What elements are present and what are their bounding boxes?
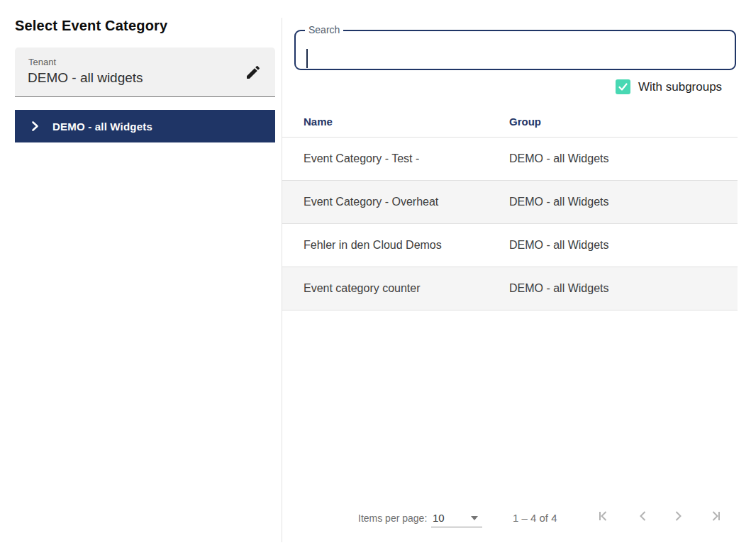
tenant-field-label: Tenant — [28, 57, 56, 67]
check-icon — [618, 82, 628, 92]
table-body: Event Category - Test - DEMO - all Widge… — [282, 138, 738, 310]
first-page-icon — [595, 508, 612, 525]
cell-group: DEMO - all Widgets — [509, 152, 608, 165]
cell-name: Event Category - Test - — [304, 152, 419, 165]
cell-group: DEMO - all Widgets — [509, 282, 608, 295]
search-field-label: Search — [305, 24, 343, 35]
search-field: Search — [294, 30, 736, 70]
cell-name: Event Category - Overheat — [304, 196, 438, 208]
previous-page-button[interactable] — [631, 504, 655, 528]
cell-name: Event category counter — [304, 282, 421, 295]
last-page-button[interactable] — [703, 504, 728, 528]
search-input[interactable] — [307, 40, 722, 62]
page-range-label: 1 – 4 of 4 — [513, 512, 557, 524]
items-per-page-select[interactable]: 10 — [431, 508, 482, 527]
chevron-right-icon[interactable] — [28, 120, 41, 133]
edit-tenant-button[interactable] — [243, 62, 264, 83]
table-row[interactable]: Event Category - Test - DEMO - all Widge… — [282, 138, 738, 181]
page-title: Select Event Category — [15, 18, 167, 34]
column-header-name: Name — [304, 116, 333, 128]
tree-item-label: DEMO - all Widgets — [52, 121, 152, 133]
table-header-row: Name Group — [282, 105, 738, 138]
cell-name: Fehler in den Cloud Demos — [304, 239, 442, 252]
tree-item-demo-all-widgets[interactable]: DEMO - all Widgets — [15, 110, 275, 142]
cell-group: DEMO - all Widgets — [509, 196, 608, 208]
column-header-group: Group — [509, 116, 541, 128]
pencil-icon — [245, 64, 262, 81]
items-per-page-value: 10 — [433, 512, 445, 524]
first-page-button[interactable] — [591, 504, 616, 528]
chevron-right-icon — [669, 508, 686, 525]
table-row[interactable]: Event Category - Overheat DEMO - all Wid… — [282, 181, 738, 224]
select-event-category-dialog: Select Event Category Tenant DEMO - all … — [0, 0, 751, 560]
tenant-field: Tenant DEMO - all widgets — [15, 47, 275, 97]
with-subgroups-checkbox[interactable]: With subgroups — [616, 79, 722, 94]
text-caret — [306, 49, 308, 68]
tenant-field-value: DEMO - all widgets — [28, 70, 143, 86]
event-category-table: Name Group Event Category - Test - DEMO … — [282, 105, 738, 310]
cell-group: DEMO - all Widgets — [509, 239, 608, 252]
table-row[interactable]: Fehler in den Cloud Demos DEMO - all Wid… — [282, 224, 738, 267]
paginator: Items per page: 10 1 – 4 of 4 — [282, 500, 738, 539]
items-per-page-label: Items per page: — [358, 513, 427, 524]
last-page-icon — [707, 508, 724, 525]
next-page-button[interactable] — [666, 504, 690, 528]
dropdown-arrow-icon — [471, 516, 478, 520]
checkbox-box[interactable] — [616, 79, 630, 94]
table-row[interactable]: Event category counter DEMO - all Widget… — [282, 267, 738, 310]
chevron-left-icon — [635, 508, 652, 525]
with-subgroups-label: With subgroups — [638, 80, 722, 94]
